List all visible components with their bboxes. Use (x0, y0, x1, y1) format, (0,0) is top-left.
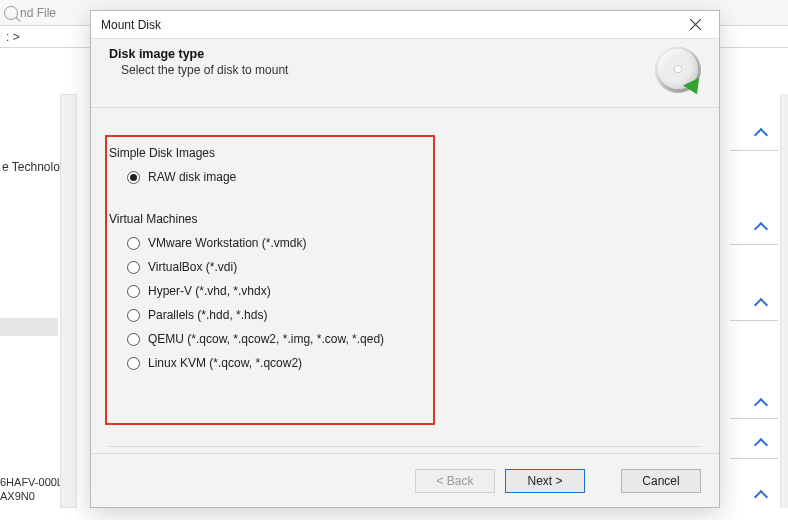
back-button[interactable]: < Back (415, 469, 495, 493)
radio-qemu[interactable] (127, 333, 140, 346)
group-simple-label: Simple Disk Images (109, 146, 701, 160)
radio-label-vmware: VMware Workstation (*.vmdk) (148, 236, 306, 250)
chevron-up-icon[interactable] (754, 398, 768, 412)
header-subtitle: Select the type of disk to mount (109, 63, 288, 77)
mount-disk-dialog: Mount Disk Disk image type Select the ty… (90, 10, 720, 508)
header-title: Disk image type (109, 47, 288, 61)
bg-toolbar-text: nd File (20, 6, 56, 20)
bg-divider (730, 320, 778, 321)
close-icon (690, 19, 701, 30)
radio-label-kvm: Linux KVM (*.qcow, *.qcow2) (148, 356, 302, 370)
radio-option-vmware[interactable]: VMware Workstation (*.vmdk) (127, 236, 701, 250)
radio-label-qemu: QEMU (*.qcow, *.qcow2, *.img, *.cow, *.q… (148, 332, 384, 346)
bg-divider (730, 458, 778, 459)
breadcrumb-text: : > (6, 30, 20, 44)
chevron-up-icon[interactable] (754, 438, 768, 452)
bg-sidebar-bottom-line1: 6HAFV-000L9 (0, 476, 60, 490)
radio-option-vbox[interactable]: VirtualBox (*.vdi) (127, 260, 701, 274)
radio-option-raw[interactable]: RAW disk image (127, 170, 701, 184)
bg-sidebar-item: e Technology) (0, 160, 60, 176)
bg-divider (730, 244, 778, 245)
dialog-footer: < Back Next > Cancel (91, 453, 719, 507)
radio-option-parallels[interactable]: Parallels (*.hdd, *.hds) (127, 308, 701, 322)
search-icon (4, 6, 18, 20)
chevron-up-icon[interactable] (754, 298, 768, 312)
radio-option-hyperv[interactable]: Hyper-V (*.vhd, *.vhdx) (127, 284, 701, 298)
radio-kvm[interactable] (127, 357, 140, 370)
bg-sidebar-bottom: 6HAFV-000L9 AX9N0 (0, 476, 60, 504)
bg-sidebar-bottom-line2: AX9N0 (0, 490, 60, 504)
group-vm-label: Virtual Machines (109, 212, 701, 226)
chevron-up-icon[interactable] (754, 222, 768, 236)
disk-icon (655, 47, 701, 93)
group-simple: Simple Disk Images RAW disk image (109, 146, 701, 184)
radio-label-parallels: Parallels (*.hdd, *.hds) (148, 308, 267, 322)
bg-selected-row (0, 318, 58, 336)
radio-label-raw: RAW disk image (148, 170, 236, 184)
close-button[interactable] (675, 11, 715, 38)
chevron-up-icon[interactable] (754, 490, 768, 504)
radio-label-vbox: VirtualBox (*.vdi) (148, 260, 237, 274)
radio-hyperv[interactable] (127, 285, 140, 298)
radio-label-hyperv: Hyper-V (*.vhd, *.vhdx) (148, 284, 271, 298)
dialog-body: Simple Disk Images RAW disk image Virtua… (91, 108, 719, 453)
scrollbar-left[interactable] (60, 94, 77, 508)
next-button[interactable]: Next > (505, 469, 585, 493)
radio-vbox[interactable] (127, 261, 140, 274)
cancel-button[interactable]: Cancel (621, 469, 701, 493)
dialog-title: Mount Disk (101, 18, 161, 32)
scrollbar-right[interactable] (780, 94, 788, 508)
radio-vmware[interactable] (127, 237, 140, 250)
chevron-up-icon[interactable] (754, 128, 768, 142)
bg-divider (730, 150, 778, 151)
radio-raw[interactable] (127, 171, 140, 184)
bg-divider (730, 418, 778, 419)
group-vm: Virtual Machines VMware Workstation (*.v… (109, 212, 701, 370)
bg-sidebar-label: e Technology) (2, 160, 60, 174)
radio-option-kvm[interactable]: Linux KVM (*.qcow, *.qcow2) (127, 356, 701, 370)
radio-option-qemu[interactable]: QEMU (*.qcow, *.qcow2, *.img, *.cow, *.q… (127, 332, 701, 346)
dialog-header: Disk image type Select the type of disk … (91, 39, 719, 108)
radio-parallels[interactable] (127, 309, 140, 322)
dialog-titlebar: Mount Disk (91, 11, 719, 39)
